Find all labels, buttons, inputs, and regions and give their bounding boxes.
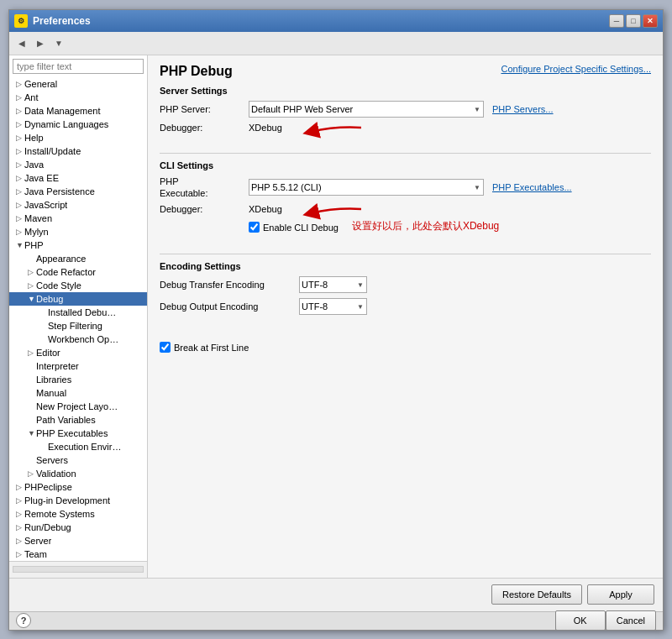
tree-arrow-icon: ▷	[16, 483, 24, 491]
sidebar-item-step-filtering[interactable]: Step Filtering	[9, 319, 147, 333]
tree-arrow-icon: ▼	[16, 241, 24, 249]
restore-button[interactable]: □	[626, 14, 641, 28]
sidebar-item-dynamic-languages[interactable]: ▷Dynamic Languages	[9, 118, 147, 131]
sidebar-item-php-interpreter[interactable]: Interpreter	[9, 359, 147, 373]
sidebar-item-mylyn[interactable]: ▷Mylyn	[9, 225, 147, 238]
sidebar-item-server[interactable]: ▷Server	[9, 534, 147, 547]
tree-item-label: Maven	[24, 213, 52, 223]
back-button[interactable]: ◀	[13, 34, 31, 51]
sidebar-item-php-executables[interactable]: ▼PHP Executables	[9, 427, 147, 440]
tree-item-label: JavaScript	[24, 200, 67, 210]
debug-transfer-select[interactable]: UTF-8 UTF-16 ISO-8859-1	[299, 276, 367, 293]
tree-item-label: Code Refactor	[36, 267, 96, 277]
status-bar: ? OK Cancel	[9, 611, 663, 630]
sidebar-item-plug-in-development[interactable]: ▷Plug-in Development	[9, 494, 147, 507]
sidebar-item-php-validation[interactable]: ▷Validation	[9, 467, 147, 480]
sidebar-item-run-debug[interactable]: ▷Run/Debug	[9, 521, 147, 534]
tree-item-label: Installed Debu…	[48, 307, 116, 317]
sidebar-item-php-servers[interactable]: Servers	[9, 453, 147, 467]
sidebar-item-data-management[interactable]: ▷Data Management	[9, 104, 147, 118]
break-first-line-checkbox[interactable]	[160, 342, 171, 353]
tree-item-label: Editor	[36, 348, 60, 358]
sidebar-item-php[interactable]: ▼PHP	[9, 238, 147, 252]
sidebar-item-java[interactable]: ▷Java	[9, 158, 147, 171]
sidebar-item-installed-debuggers[interactable]: Installed Debu…	[9, 306, 147, 319]
tree-item-label: Java	[24, 160, 44, 170]
sidebar-item-php-code-style[interactable]: ▷Code Style	[9, 279, 147, 292]
right-panel: PHP Debug Configure Project Specific Set…	[148, 55, 663, 578]
tree-arrow-icon: ▷	[28, 348, 36, 357]
php-executable-label: PHP Executable:	[160, 175, 244, 200]
tree-item-label: Path Variables	[36, 415, 96, 425]
server-debugger-value: XDebug	[249, 123, 282, 133]
sidebar-item-team[interactable]: ▷Team	[9, 547, 147, 561]
sidebar-item-workbench-options[interactable]: Workbench Op…	[9, 333, 147, 346]
tree-item-label: Data Management	[24, 106, 101, 116]
server-debugger-row: Debugger: XDebug	[160, 123, 651, 133]
window-icon: ⚙	[14, 14, 28, 28]
tree-item-label: Java EE	[24, 173, 59, 183]
break-first-line-row: Break at First Line	[160, 342, 651, 353]
sidebar-item-php-manual[interactable]: Manual	[9, 386, 147, 400]
php-executable-select[interactable]: PHP 5.5.12 (CLI)	[249, 179, 484, 196]
horizontal-scrollbar[interactable]	[13, 566, 144, 573]
tree-item-label: Help	[24, 133, 44, 143]
cancel-button[interactable]: Cancel	[606, 610, 656, 631]
dropdown-button[interactable]: ▼	[50, 34, 68, 51]
tree-arrow-icon: ▷	[16, 107, 24, 115]
sidebar-item-java-persistence[interactable]: ▷Java Persistence	[9, 185, 147, 198]
sidebar-item-php-appearance[interactable]: Appearance	[9, 252, 147, 265]
sidebar-item-ant[interactable]: ▷Ant	[9, 91, 147, 104]
php-executables-link[interactable]: PHP Executables...	[492, 182, 572, 192]
filter-input[interactable]	[13, 59, 144, 74]
sidebar-item-php-debug[interactable]: ▼Debug	[9, 292, 147, 306]
sidebar-item-install-update[interactable]: ▷Install/Update	[9, 144, 147, 158]
tree-item-label: Appearance	[36, 254, 86, 264]
tree-container: ▷General▷Ant▷Data Management▷Dynamic Lan…	[9, 77, 147, 561]
tree-arrow-icon: ▼	[28, 429, 36, 437]
debug-output-select-wrapper: UTF-8 UTF-16 ISO-8859-1	[299, 298, 367, 315]
help-button[interactable]: ?	[16, 613, 31, 628]
section-divider-2	[160, 254, 651, 254]
sidebar-item-maven[interactable]: ▷Maven	[9, 212, 147, 225]
tree-arrow-icon: ▷	[16, 93, 24, 102]
close-button[interactable]: ✕	[643, 14, 658, 28]
tree-item-label: New Project Layo…	[36, 401, 118, 411]
sidebar-item-php-libraries[interactable]: Libraries	[9, 373, 147, 386]
ok-button[interactable]: OK	[555, 610, 606, 631]
minimize-button[interactable]: ─	[609, 14, 624, 28]
sidebar-item-general[interactable]: ▷General	[9, 77, 147, 91]
preferences-window: ⚙ Preferences ─ □ ✕ ◀ ▶ ▼ ▷General▷Ant▷D…	[8, 9, 664, 631]
sidebar-item-remote-systems[interactable]: ▷Remote Systems	[9, 507, 147, 521]
restore-defaults-button[interactable]: Restore Defaults	[491, 584, 582, 605]
enable-cli-debug-checkbox[interactable]	[249, 222, 260, 233]
sidebar-item-php-editor[interactable]: ▷Editor	[9, 346, 147, 359]
enable-cli-spacer	[160, 222, 244, 232]
forward-button[interactable]: ▶	[31, 34, 50, 51]
sidebar-item-php-exec-env[interactable]: Execution Envir…	[9, 440, 147, 453]
tree-arrow-icon: ▷	[16, 120, 24, 128]
panel-header: PHP Debug Configure Project Specific Set…	[160, 64, 651, 79]
sidebar-item-php-code-refactor[interactable]: ▷Code Refactor	[9, 265, 147, 279]
cli-settings-section: CLI Settings PHP Executable: PHP 5.5.12 …	[160, 160, 651, 239]
apply-button[interactable]: Apply	[587, 584, 654, 605]
sidebar-item-php-path-variables[interactable]: Path Variables	[9, 413, 147, 427]
tree-item-label: Code Style	[36, 280, 81, 291]
php-server-select[interactable]: Default PHP Web Server	[249, 101, 484, 118]
sidebar-item-php-new-project[interactable]: New Project Layo…	[9, 400, 147, 413]
cli-arrow-annotation	[302, 201, 370, 226]
server-section-title: Server Settings	[160, 86, 651, 96]
panel-title: PHP Debug	[160, 64, 233, 79]
sidebar-item-java-ee[interactable]: ▷Java EE	[9, 171, 147, 185]
tree-item-label: Run/Debug	[24, 522, 71, 532]
tree-item-label: Servers	[36, 455, 68, 465]
php-servers-link[interactable]: PHP Servers...	[492, 104, 554, 114]
tree-item-label: Ant	[24, 92, 39, 102]
debug-output-select[interactable]: UTF-8 UTF-16 ISO-8859-1	[299, 298, 367, 315]
configure-link[interactable]: Configure Project Specific Settings...	[501, 64, 651, 74]
php-server-label: PHP Server:	[160, 104, 244, 114]
sidebar-item-phpeclipse[interactable]: ▷PHPeclipse	[9, 480, 147, 494]
sidebar-item-help[interactable]: ▷Help	[9, 131, 147, 144]
sidebar-item-javascript[interactable]: ▷JavaScript	[9, 198, 147, 212]
tree-arrow-icon: ▷	[16, 496, 24, 505]
